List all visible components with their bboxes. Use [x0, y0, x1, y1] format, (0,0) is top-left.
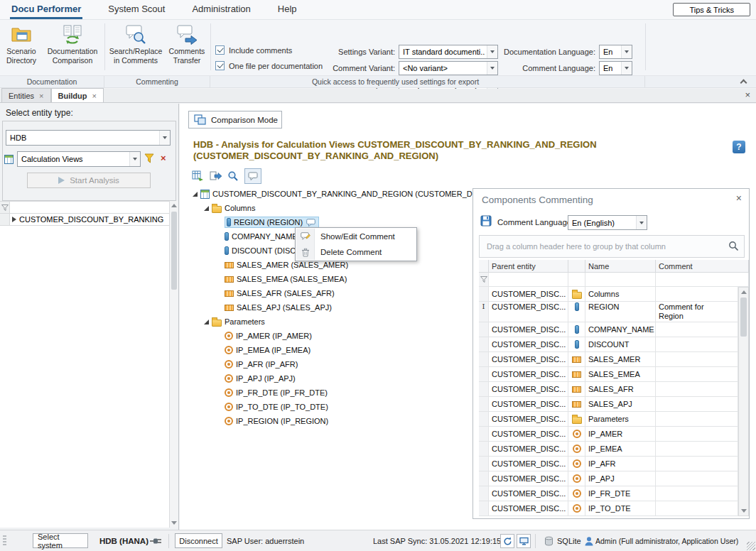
scroll-up-icon[interactable]	[739, 288, 748, 297]
table-row-columns[interactable]: CUSTOMER_DISC... Columns	[479, 287, 749, 302]
menu-item-delete-comment[interactable]: Delete Comment	[296, 244, 416, 260]
dropdown-arrow-icon[interactable]	[621, 45, 632, 58]
help-icon[interactable]: ?	[733, 141, 745, 153]
system-monitor-button[interactable]	[517, 534, 531, 548]
table-row-region[interactable]: I CUSTOMER_DISC... REGION Comment for Re…	[479, 302, 749, 322]
close-tab-icon[interactable]: ×	[39, 92, 43, 100]
header-name[interactable]: Name	[585, 260, 656, 273]
dropdown-arrow-icon[interactable]	[487, 45, 497, 58]
resize-grip[interactable]	[747, 542, 755, 550]
entity-type-dropdown[interactable]: Calculation Views	[17, 151, 141, 167]
refresh-sync-button[interactable]	[500, 534, 514, 548]
include-comments-checkbox[interactable]: Include comments	[215, 45, 292, 55]
dropdown-arrow-icon[interactable]	[159, 131, 170, 145]
save-icon[interactable]	[480, 215, 492, 227]
grid-filter-row[interactable]	[0, 202, 169, 214]
dropdown-arrow-icon[interactable]	[487, 62, 497, 75]
scroll-thumb[interactable]	[171, 212, 177, 290]
table-scrollbar[interactable]	[738, 287, 749, 516]
table-row-company-name[interactable]: CUSTOMER_DISC... COMPANY_NAME	[479, 322, 749, 337]
comment-language-dropdown[interactable]: En (English)	[568, 215, 647, 230]
filter-funnel-icon[interactable]	[479, 273, 489, 287]
menu-docu-performer[interactable]: Docu Performer	[10, 0, 82, 19]
table-row-parameters[interactable]: CUSTOMER_DISC... Parameters	[479, 412, 749, 427]
comment-language-ribbon-dropdown[interactable]: En	[599, 61, 632, 75]
close-panel-icon[interactable]: ×	[736, 192, 742, 204]
expander-expanded-icon[interactable]	[204, 206, 209, 211]
tab-entities[interactable]: Entities ×	[1, 88, 51, 102]
search-replace-comments-button[interactable]: Search/Replace in Comments	[108, 21, 163, 74]
comment-cell[interactable]	[656, 352, 738, 367]
filter-cell[interactable]	[585, 273, 656, 287]
table-row-ip-amer[interactable]: CUSTOMER_DISC... IP_AMER	[479, 427, 749, 442]
comment-cell[interactable]: Comment for Region	[656, 302, 738, 322]
filter-cell[interactable]	[568, 273, 585, 287]
filter-edit-icon[interactable]	[144, 153, 156, 164]
documentation-language-dropdown[interactable]: En	[599, 45, 632, 59]
left-scrollbar[interactable]	[169, 201, 178, 528]
menu-help[interactable]: Help	[276, 0, 298, 19]
table-row-ip-fr-dte[interactable]: CUSTOMER_DISC... IP_FR_DTE	[479, 486, 749, 501]
table-row-ip-emea[interactable]: CUSTOMER_DISC... IP_EMEA	[479, 442, 749, 457]
filter-cell[interactable]	[489, 273, 568, 287]
dropdown-arrow-icon[interactable]	[129, 152, 140, 166]
table-row-sales-afr[interactable]: CUSTOMER_DISC... SALES_AFR	[479, 382, 749, 397]
menu-administration[interactable]: Administration	[190, 0, 252, 19]
dropdown-arrow-icon[interactable]	[636, 216, 647, 229]
export-grid-icon[interactable]	[192, 170, 204, 182]
filter-cell[interactable]	[10, 202, 169, 213]
table-row-discount[interactable]: CUSTOMER_DISC... DISCOUNT	[479, 337, 749, 352]
table-row-ip-to-dte[interactable]: CUSTOMER_DISC... IP_TO_DTE	[479, 501, 749, 516]
menu-item-show-edit-comment[interactable]: Show/Edit Comment	[296, 229, 416, 244]
table-filter-row[interactable]	[479, 273, 749, 287]
comment-cell[interactable]	[656, 367, 738, 382]
comparison-mode-button[interactable]: Comparison Mode	[188, 111, 282, 129]
comment-cell[interactable]	[656, 287, 738, 302]
header-parent-entity[interactable]: Parent entity	[489, 260, 568, 273]
comment-cell[interactable]	[656, 397, 738, 412]
search-zoom-icon[interactable]	[227, 170, 239, 182]
comment-variant-dropdown[interactable]: <No variant>	[399, 61, 498, 75]
start-analysis-button[interactable]: Start Analysis	[27, 173, 151, 188]
table-row-ip-apj[interactable]: CUSTOMER_DISC... IP_APJ	[479, 471, 749, 486]
comment-cell[interactable]	[656, 322, 738, 337]
comments-transfer-button[interactable]: Comments Transfer	[166, 21, 207, 74]
close-tab-icon[interactable]: ×	[92, 92, 96, 100]
comment-cell[interactable]	[656, 337, 738, 352]
scroll-up-icon[interactable]	[170, 201, 178, 210]
documentation-comparison-button[interactable]: Documentation Comparison	[43, 21, 102, 74]
expander-collapsed-icon[interactable]	[12, 217, 16, 222]
comment-cell[interactable]	[656, 457, 738, 471]
filter-funnel-icon[interactable]	[0, 202, 10, 213]
disconnect-button[interactable]: Disconnect	[175, 533, 222, 548]
scroll-thumb[interactable]	[740, 298, 747, 337]
table-row-sales-amer[interactable]: CUSTOMER_DISC... SALES_AMER	[479, 352, 749, 367]
expander-expanded-icon[interactable]	[193, 192, 198, 197]
settings-variant-dropdown[interactable]: IT standard documenti...	[399, 45, 498, 59]
header-icon-column[interactable]	[568, 260, 585, 273]
table-row-sales-apj[interactable]: CUSTOMER_DISC... SALES_APJ	[479, 397, 749, 412]
menu-system-scout[interactable]: System Scout	[107, 0, 166, 19]
search-icon[interactable]	[728, 241, 739, 251]
system-dropdown[interactable]: HDB	[6, 130, 171, 146]
comment-cell[interactable]	[656, 442, 738, 457]
filter-cell[interactable]	[656, 273, 749, 287]
comment-toggle-button[interactable]	[244, 168, 261, 184]
group-by-bar[interactable]: Drag a column header here to group by th…	[479, 235, 745, 258]
expander-expanded-icon[interactable]	[204, 320, 209, 324]
comment-cell[interactable]	[656, 427, 738, 442]
scroll-down-icon[interactable]	[170, 518, 178, 528]
header-comment[interactable]: Comment	[656, 260, 749, 273]
entity-row[interactable]: CUSTOMER_DISCOUNT_BY_RANKING	[0, 214, 169, 226]
close-pane-icon[interactable]: ×	[745, 89, 750, 100]
table-row-sales-emea[interactable]: CUSTOMER_DISC... SALES_EMEA	[479, 367, 749, 382]
transfer-icon[interactable]	[210, 170, 222, 182]
dropdown-arrow-icon[interactable]	[621, 62, 632, 75]
comment-cell[interactable]	[656, 501, 738, 516]
scroll-down-icon[interactable]	[739, 506, 748, 515]
comment-cell[interactable]	[656, 412, 738, 427]
one-file-per-documentation-checkbox[interactable]: One file per documentation	[215, 61, 323, 70]
select-system-button[interactable]: Select system	[33, 533, 88, 548]
comment-cell[interactable]	[656, 471, 738, 486]
clear-filter-icon[interactable]: ×	[161, 153, 166, 163]
